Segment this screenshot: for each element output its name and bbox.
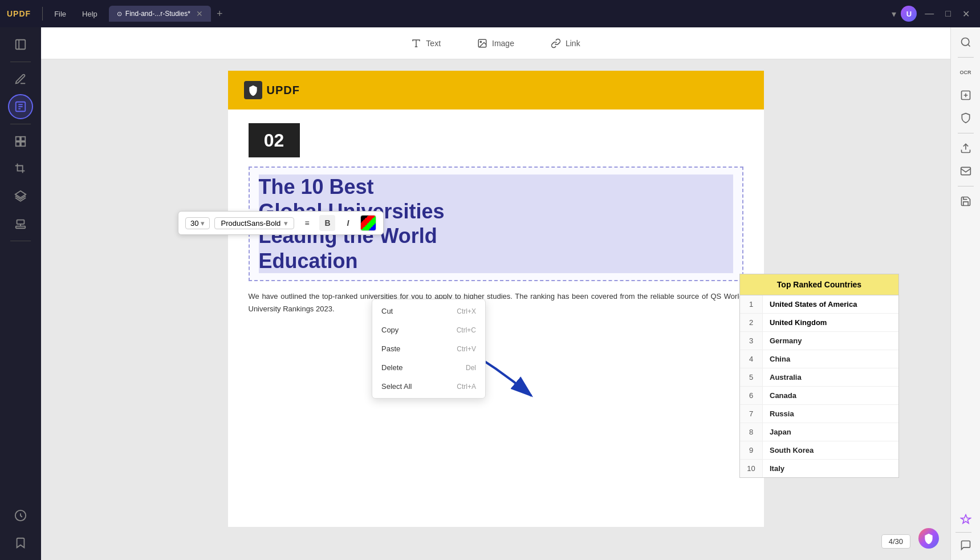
updf-badge-area	[918, 528, 939, 549]
search-icon-btn[interactable]	[955, 32, 976, 52]
context-copy[interactable]: Copy Ctrl+C	[372, 320, 485, 339]
ai-icon-btn[interactable]	[955, 509, 976, 530]
sidebar-bookmark-icon[interactable]	[8, 530, 33, 555]
font-size-dropdown-arrow[interactable]: ▾	[201, 219, 205, 228]
table-rank-1: 1	[740, 295, 763, 313]
pdf-page: UPDF 02 The 10 Best Global Universities …	[228, 71, 764, 527]
sidebar-layout-icon[interactable]	[8, 129, 33, 154]
close-button[interactable]: ✕	[959, 7, 973, 21]
font-size-selector[interactable]: 30 ▾	[185, 217, 210, 229]
context-menu: Cut Ctrl+X Copy Ctrl+C Paste Ctrl+V Dele…	[372, 299, 486, 399]
image-tool-btn[interactable]: Image	[470, 35, 521, 52]
svg-point-21	[480, 41, 481, 42]
sidebar-stamp-icon[interactable]	[8, 211, 33, 236]
align-button[interactable]: ≡	[299, 215, 315, 231]
recognize-icon-btn[interactable]	[955, 85, 976, 105]
svg-rect-6	[16, 137, 20, 141]
share-icon-btn[interactable]	[955, 138, 976, 159]
bold-button[interactable]: B	[319, 215, 335, 231]
maximize-button[interactable]: □	[942, 7, 954, 20]
top-toolbar: Text Image Link	[41, 27, 950, 59]
updf-badge[interactable]	[918, 528, 939, 549]
tab-close-button[interactable]: ✕	[196, 9, 203, 18]
context-paste-shortcut: Ctrl+V	[457, 345, 476, 353]
right-divider-4	[955, 532, 971, 533]
active-tab[interactable]: ⊙ Find-and-...r-Studies* ✕	[109, 6, 211, 22]
font-name-selector[interactable]: ProductSans-Bold ▾	[214, 217, 294, 229]
table-row: 8 Japan	[740, 423, 898, 441]
minimize-button[interactable]: —	[921, 7, 937, 20]
table-country-2: United Kingdom	[763, 314, 898, 331]
svg-rect-8	[16, 142, 20, 146]
table-rank-2: 2	[740, 314, 763, 331]
divider	[42, 7, 43, 21]
context-copy-label: Copy	[381, 326, 398, 334]
tab-file-icon: ⊙	[117, 10, 122, 18]
table-row: 3 Germany	[740, 332, 898, 350]
updf-logo-text: UPDF	[267, 84, 300, 97]
sidebar-divider-2	[10, 124, 31, 124]
context-cut-shortcut: Ctrl+X	[457, 307, 476, 315]
table-country-8: Japan	[763, 423, 898, 441]
new-tab-button[interactable]: +	[211, 6, 229, 22]
title-bar: UPDF File Help ⊙ Find-and-...r-Studies* …	[0, 0, 980, 27]
context-select-all-label: Select All	[381, 382, 412, 391]
table-country-6: Canada	[763, 387, 898, 404]
email-icon-btn[interactable]	[955, 161, 976, 181]
context-cut[interactable]: Cut Ctrl+X	[372, 302, 485, 320]
font-dropdown-arrow[interactable]: ▾	[284, 219, 288, 228]
help-menu[interactable]: Help	[75, 7, 104, 21]
heading-line1: The 10 Best	[259, 175, 733, 199]
page-number-text: 4/30	[889, 537, 903, 546]
protect-icon-btn[interactable]	[955, 108, 976, 128]
link-tool-label: Link	[566, 39, 580, 48]
context-copy-shortcut: Ctrl+C	[457, 326, 476, 334]
table-country-5: Australia	[763, 368, 898, 386]
link-tool-btn[interactable]: Link	[544, 35, 587, 52]
updf-logo: UPDF	[244, 81, 300, 99]
sidebar-pen-icon[interactable]	[8, 67, 33, 92]
svg-rect-7	[21, 137, 25, 141]
dropdown-arrow[interactable]: ▾	[892, 9, 896, 19]
image-tool-label: Image	[492, 39, 514, 48]
color-picker-button[interactable]	[360, 215, 376, 231]
sidebar-layers-icon[interactable]	[8, 184, 33, 209]
country-table: Top Ranked Countries 1 United States of …	[739, 274, 899, 478]
sidebar-organize-icon[interactable]	[8, 503, 33, 528]
context-delete[interactable]: Delete Del	[372, 358, 485, 377]
context-cut-label: Cut	[381, 307, 393, 315]
right-sidebar-bottom	[955, 509, 976, 555]
svg-rect-11	[17, 220, 25, 224]
table-rank-7: 7	[740, 405, 763, 423]
italic-button[interactable]: I	[340, 215, 356, 231]
sidebar-edit-icon[interactable]	[8, 94, 33, 119]
chat-icon-btn-right[interactable]	[955, 535, 976, 555]
right-divider-3	[958, 186, 974, 186]
table-country-10: Italy	[763, 460, 898, 477]
save-icon-btn[interactable]	[955, 191, 976, 212]
context-delete-label: Delete	[381, 363, 403, 372]
svg-rect-0	[16, 40, 26, 50]
table-row: 7 Russia	[740, 405, 898, 423]
context-select-all[interactable]: Select All Ctrl+A	[372, 377, 485, 396]
right-sidebar: OCR	[950, 27, 980, 560]
sidebar-book-icon[interactable]	[8, 32, 33, 57]
page-section-number: 02	[249, 123, 300, 157]
heading-line4: Education	[259, 249, 733, 273]
app-logo: UPDF	[0, 9, 38, 18]
sidebar-divider-1	[10, 62, 31, 62]
body-text: We have outlined the top-ranked universi…	[249, 290, 743, 315]
table-row: 10 Italy	[740, 460, 898, 477]
title-bar-actions: ▾ U — □ ✕	[892, 6, 980, 22]
ocr-icon-btn[interactable]: OCR	[955, 62, 976, 83]
main-content: UPDF 02 The 10 Best Global Universities …	[41, 59, 950, 560]
context-paste[interactable]: Paste Ctrl+V	[372, 339, 485, 358]
sidebar-divider-3	[10, 241, 31, 241]
file-menu[interactable]: File	[47, 7, 73, 21]
table-country-3: Germany	[763, 332, 898, 350]
sidebar-crop-icon[interactable]	[8, 156, 33, 181]
font-size-value: 30	[190, 219, 198, 228]
text-tool-btn[interactable]: Text	[404, 35, 448, 52]
svg-rect-9	[21, 142, 25, 146]
user-avatar[interactable]: U	[901, 6, 917, 22]
